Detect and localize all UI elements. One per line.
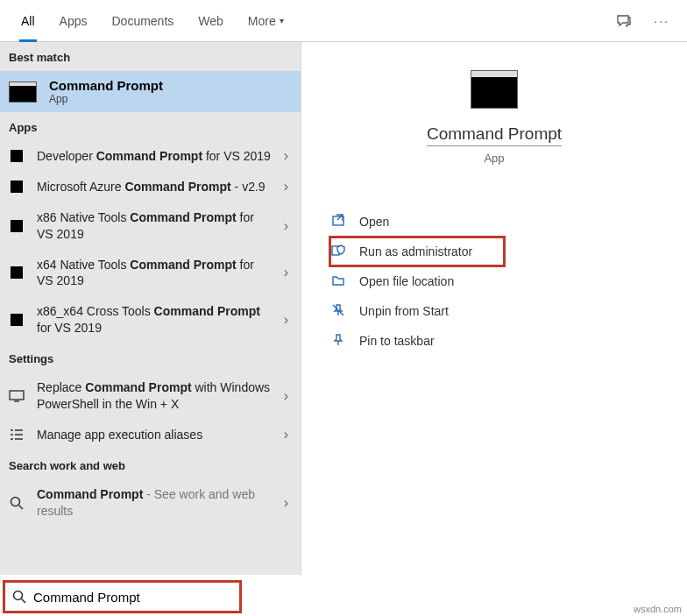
app-result[interactable]: x64 Native Tools Command Prompt for VS 2… — [0, 250, 301, 297]
shield-icon — [329, 244, 347, 260]
app-result[interactable]: x86 Native Tools Command Prompt for VS 2… — [0, 202, 301, 250]
terminal-icon — [11, 220, 23, 232]
chevron-right-icon[interactable]: › — [284, 148, 292, 164]
preview-pane: Command Prompt App Open Run as administr… — [301, 42, 687, 575]
unpin-icon — [329, 303, 347, 320]
search-icon — [9, 496, 25, 510]
terminal-icon — [11, 314, 23, 326]
tab-more[interactable]: More▾ — [236, 0, 296, 42]
chevron-right-icon[interactable]: › — [284, 312, 292, 328]
section-search-web: Search work and web — [0, 450, 301, 479]
tab-apps[interactable]: Apps — [47, 0, 100, 42]
feedback-icon[interactable] — [615, 12, 633, 30]
chevron-right-icon[interactable]: › — [284, 179, 292, 195]
svg-rect-0 — [10, 391, 24, 400]
terminal-icon — [11, 266, 23, 279]
preview-title[interactable]: Command Prompt — [427, 124, 562, 146]
svg-point-1 — [11, 497, 20, 506]
action-run-as-administrator[interactable]: Run as administrator — [329, 237, 505, 266]
chevron-right-icon[interactable]: › — [284, 495, 292, 511]
search-box[interactable] — [3, 580, 242, 613]
aliases-icon — [9, 428, 25, 441]
terminal-icon — [9, 81, 37, 103]
pin-icon — [329, 333, 347, 350]
terminal-icon — [11, 150, 23, 162]
chevron-right-icon[interactable]: › — [284, 388, 292, 404]
monitor-icon — [9, 390, 25, 402]
svg-rect-2 — [333, 216, 344, 225]
app-result[interactable]: Microsoft Azure Command Prompt - v2.9 › — [0, 172, 301, 202]
tab-documents[interactable]: Documents — [99, 0, 186, 42]
app-result[interactable]: Developer Command Prompt for VS 2019 › — [0, 141, 301, 172]
settings-result[interactable]: Manage app execution aliases › — [0, 420, 301, 450]
terminal-icon — [11, 181, 23, 193]
action-open[interactable]: Open — [329, 207, 687, 237]
web-result[interactable]: Command Prompt - See work and web result… — [0, 479, 301, 527]
action-pin-to-taskbar[interactable]: Pin to taskbar — [329, 326, 687, 356]
search-icon — [12, 590, 26, 604]
preview-type: App — [484, 152, 504, 165]
watermark: wsxdn.com — [634, 604, 682, 614]
tab-all[interactable]: All — [9, 0, 47, 42]
section-apps: Apps — [0, 112, 301, 141]
terminal-icon — [471, 70, 518, 109]
chevron-right-icon[interactable]: › — [284, 218, 292, 234]
action-open-file-location[interactable]: Open file location — [329, 266, 687, 296]
search-filter-tabs: All Apps Documents Web More▾ ··· — [0, 0, 687, 42]
best-match-title: Command Prompt — [49, 78, 163, 93]
results-pane: Best match Command Prompt App Apps Devel… — [0, 42, 301, 575]
best-match-type: App — [49, 93, 163, 105]
section-settings: Settings — [0, 343, 301, 372]
folder-icon — [329, 273, 347, 290]
more-options-icon[interactable]: ··· — [654, 14, 669, 28]
search-input[interactable] — [33, 590, 232, 605]
svg-point-4 — [14, 591, 23, 600]
app-result[interactable]: x86_x64 Cross Tools Command Prompt for V… — [0, 296, 301, 343]
settings-result[interactable]: Replace Command Prompt with Windows Powe… — [0, 372, 301, 420]
chevron-right-icon[interactable]: › — [284, 427, 292, 443]
tab-web[interactable]: Web — [186, 0, 236, 42]
action-unpin-from-start[interactable]: Unpin from Start — [329, 296, 687, 326]
best-match-item[interactable]: Command Prompt App — [0, 71, 301, 112]
chevron-right-icon[interactable]: › — [284, 265, 292, 280]
chevron-down-icon: ▾ — [280, 16, 284, 25]
open-icon — [329, 214, 347, 230]
section-best-match: Best match — [0, 42, 301, 71]
